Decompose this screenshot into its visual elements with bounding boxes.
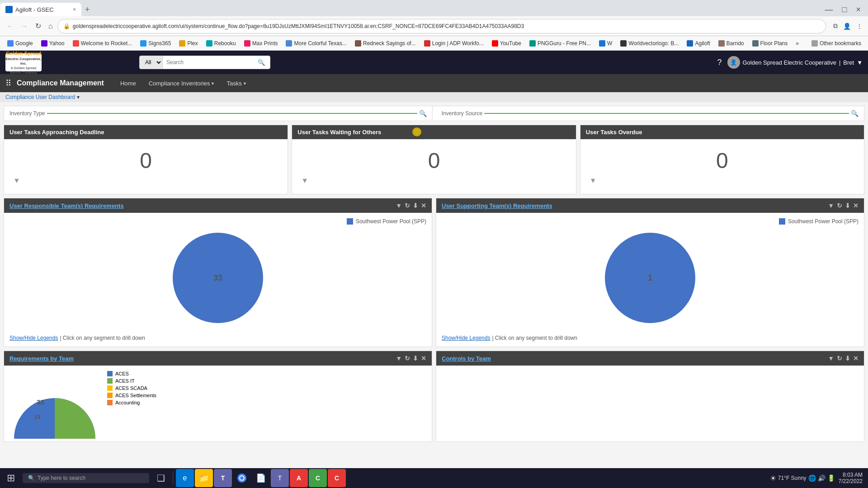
stat-overdue-filter-icon[interactable]: ▼	[590, 177, 597, 185]
chart-ctrl-team-filter-icon[interactable]: ▼	[828, 355, 834, 362]
chart-responsible-export-icon[interactable]: ⬇	[413, 202, 418, 209]
grid-icon[interactable]: ⠿	[5, 78, 11, 88]
inventory-source-search-icon[interactable]: 🔍	[851, 110, 859, 117]
maximize-btn[interactable]: □	[839, 4, 851, 15]
bookmark-rocket[interactable]: Welcome to Rocket...	[69, 39, 136, 48]
breadcrumb-link[interactable]: Compliance User Dashboard	[5, 94, 75, 100]
taskbar-app-teams2[interactable]: T	[271, 469, 289, 487]
tab-close-btn[interactable]: ×	[73, 6, 76, 13]
profile-btn[interactable]: 👤	[841, 20, 853, 32]
bookmark-floor-label: Floor Plans	[760, 40, 788, 47]
pie-supporting-container[interactable]: 1	[596, 228, 704, 328]
chart-ctrl-team-close-icon[interactable]: ✕	[853, 355, 859, 362]
chart-ctrl-team-title[interactable]: Controls by Team	[442, 355, 491, 362]
bookmark-word[interactable]: W	[595, 39, 616, 48]
bookmark-youtube[interactable]: YouTube	[488, 39, 525, 48]
chart-responsible-footer: Show/Hide Legends | Click on any segment…	[4, 333, 432, 343]
taskbar-app-files[interactable]: 📄	[252, 469, 270, 487]
search-type-select[interactable]: All	[140, 56, 163, 69]
breadcrumb-dropdown-icon[interactable]: ▾	[77, 94, 80, 100]
stat-approaching-filter-icon[interactable]: ▼	[13, 177, 20, 185]
taskbar-search-icon: 🔍	[28, 475, 35, 481]
chart-req-team-header: Requirements by Team ▼ ↻ ⬇ ✕	[4, 351, 432, 366]
chart-supporting-filter-icon[interactable]: ▼	[828, 202, 834, 209]
pie-responsible-container[interactable]: 33	[164, 228, 272, 328]
nav-tasks[interactable]: Tasks ▾	[221, 76, 251, 90]
bookmark-google[interactable]: Google	[4, 39, 37, 48]
taskbar-app-explorer[interactable]: 📁	[195, 469, 213, 487]
bottom-pie-container[interactable]: 33 13	[9, 371, 100, 439]
bookmark-png[interactable]: PNGGuru - Free PN...	[526, 39, 594, 48]
bookmark-more-btn[interactable]: »	[792, 39, 802, 48]
search-button[interactable]: 🔍	[253, 56, 270, 69]
extensions-btn[interactable]: ⧉	[831, 20, 840, 32]
bookmark-barndo[interactable]: Barndo	[715, 39, 748, 48]
taskbar-app-acrobat[interactable]: A	[290, 469, 308, 487]
user-menu[interactable]: 👤 Golden Spread Electric Cooperative | B…	[727, 56, 863, 69]
chart-supporting-close-icon[interactable]: ✕	[853, 202, 859, 209]
taskbar-app-teams[interactable]: T	[214, 469, 232, 487]
bottom-pie-chart[interactable]	[9, 371, 100, 439]
close-btn[interactable]: ×	[852, 4, 864, 15]
bookmark-plex[interactable]: Plex	[175, 39, 201, 48]
bookmark-rebook[interactable]: Rebooku	[203, 39, 240, 48]
bookmark-agiloft[interactable]: Agiloft	[683, 39, 713, 48]
taskbar-app-edge[interactable]: e	[176, 469, 194, 487]
new-tab-btn[interactable]: +	[81, 3, 94, 16]
bookmark-maxprints[interactable]: Max Prints	[241, 39, 282, 48]
bookmark-other[interactable]: Other bookmarks	[808, 39, 865, 48]
bookmark-adp[interactable]: Login | ADP Workfo...	[420, 39, 487, 48]
chart-ctrl-team-refresh-icon[interactable]: ↻	[837, 355, 842, 362]
bookmark-worldvec[interactable]: Worldvectorlogo: B...	[617, 39, 682, 48]
show-legends-supporting[interactable]: Show/Hide Legends	[442, 335, 490, 341]
legend-aces-scada: ACES SCADA	[107, 385, 156, 391]
nav-compliance-inventories[interactable]: Compliance Inventories ▾	[143, 76, 220, 90]
chart-responsible-filter-icon[interactable]: ▼	[396, 202, 402, 209]
bookmark-signs[interactable]: Signs365	[137, 39, 175, 48]
app-container: Golden Spread Electric Cooperative, Inc.…	[0, 51, 868, 485]
start-button[interactable]: ⊞	[2, 469, 20, 487]
bookmark-floor[interactable]: Floor Plans	[749, 39, 792, 48]
back-btn[interactable]: ←	[4, 20, 16, 32]
chart-supporting-title[interactable]: User Supporting Team(s) Requirements	[442, 202, 552, 209]
chart-responsible-close-icon[interactable]: ✕	[421, 202, 426, 209]
stat-waiting-filter-icon[interactable]: ▼	[301, 177, 308, 185]
help-button[interactable]: ?	[717, 58, 722, 67]
bookmark-rebook-favicon	[206, 40, 212, 47]
minimize-btn[interactable]: —	[821, 4, 837, 15]
chart-req-team-export-icon[interactable]: ⬇	[413, 355, 418, 362]
home-btn[interactable]: ⌂	[46, 20, 56, 32]
inventory-type-search-icon[interactable]: 🔍	[419, 110, 427, 117]
browser-menu-btn[interactable]: ⋮	[854, 20, 864, 32]
bookmark-more-colorful[interactable]: More Colorful Texas...	[282, 39, 350, 48]
app-header-right: ? 👤 Golden Spread Electric Cooperative |…	[717, 56, 863, 69]
chart-req-team-filter-icon[interactable]: ▼	[396, 355, 402, 362]
refresh-btn[interactable]: ↻	[33, 20, 44, 32]
bookmark-google-label: Google	[15, 40, 33, 47]
chart-req-team-refresh-icon[interactable]: ↻	[405, 355, 410, 362]
bookmark-redneck-label: Redneck Sayings of...	[363, 40, 416, 47]
taskbar-search-box[interactable]: 🔍 Type here to search	[23, 473, 149, 483]
chart-supporting-requirements: User Supporting Team(s) Requirements ▼ ↻…	[436, 198, 864, 347]
taskbar-app-chrome[interactable]	[233, 469, 251, 487]
bookmark-redneck[interactable]: Redneck Sayings of...	[351, 39, 420, 48]
taskbar-app-red[interactable]: C	[328, 469, 346, 487]
bookmark-yahoo[interactable]: Yahoo	[38, 39, 68, 48]
inventory-source-label: Inventory Source	[442, 110, 483, 117]
forward-btn[interactable]: →	[18, 20, 31, 32]
chart-req-team-title[interactable]: Requirements by Team	[9, 355, 74, 362]
chart-ctrl-team-export-icon[interactable]: ⬇	[845, 355, 850, 362]
taskbar-app-green[interactable]: C	[309, 469, 327, 487]
address-bar[interactable]: 🔒 goldenspreadelectriccooperative.agilof…	[57, 19, 826, 33]
chart-supporting-export-icon[interactable]: ⬇	[845, 202, 850, 209]
search-input[interactable]	[163, 56, 253, 68]
chart-responsible-refresh-icon[interactable]: ↻	[405, 202, 410, 209]
chart-req-team-close-icon[interactable]: ✕	[421, 355, 426, 362]
chart-supporting-refresh-icon[interactable]: ↻	[837, 202, 842, 209]
tab-title: Agiloft - GSEC	[15, 6, 54, 13]
show-legends-responsible[interactable]: Show/Hide Legends	[9, 335, 58, 341]
chart-responsible-title[interactable]: User Responsible Team(s) Requirements	[9, 202, 124, 209]
task-view-btn[interactable]: ❑	[152, 469, 170, 487]
nav-home[interactable]: Home	[115, 76, 142, 90]
active-tab[interactable]: Agiloft - GSEC ×	[0, 3, 81, 16]
